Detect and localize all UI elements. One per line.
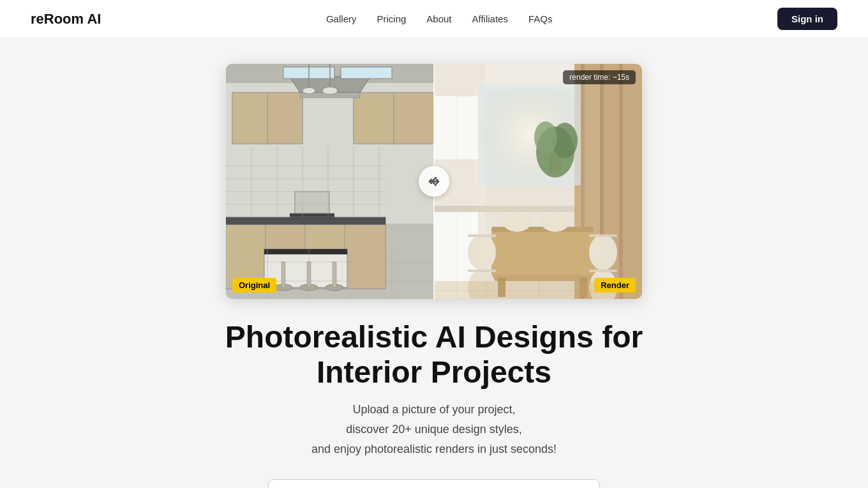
email-input[interactable] — [268, 479, 600, 488]
rendered-side: Render — [434, 64, 642, 299]
svg-rect-12 — [341, 67, 392, 79]
hero-title: Photorealistic AI Designs for Interior P… — [204, 319, 664, 390]
compare-handle[interactable] — [419, 166, 449, 197]
svg-rect-8 — [394, 93, 434, 144]
nav-faqs[interactable]: FAQs — [528, 13, 553, 24]
nav-links: Gallery Pricing About Affiliates FAQs — [326, 13, 553, 25]
signin-button[interactable]: Sign in — [777, 8, 837, 30]
svg-rect-22 — [345, 225, 385, 289]
nav-pricing[interactable]: Pricing — [377, 13, 406, 24]
nav-affiliates[interactable]: Affiliates — [472, 13, 508, 24]
hero-subtitle: Upload a picture of your project, discov… — [311, 400, 557, 459]
render-time-badge: render time: ~15s — [563, 70, 636, 84]
svg-rect-4 — [232, 93, 267, 144]
main-content: render time: ~15s — [0, 38, 868, 488]
image-compare[interactable]: render time: ~15s — [226, 64, 642, 299]
svg-rect-90 — [472, 83, 600, 275]
original-label: Original — [232, 278, 276, 293]
subtitle-line1: Upload a picture of your project, — [352, 403, 515, 416]
svg-rect-26 — [281, 262, 285, 287]
svg-rect-63 — [434, 96, 456, 160]
subtitle-line3: and enjoy photorealistic renders in just… — [311, 443, 557, 455]
navbar: reRoom AI Gallery Pricing About Affiliat… — [0, 0, 868, 38]
svg-rect-7 — [354, 93, 394, 144]
svg-point-14 — [322, 87, 338, 95]
svg-rect-5 — [267, 93, 303, 144]
subtitle-line2: discover 20+ unique design styles, — [346, 423, 522, 436]
svg-rect-32 — [295, 192, 329, 213]
nav-about[interactable]: About — [426, 13, 451, 24]
original-side: Original — [226, 64, 434, 299]
svg-rect-30 — [333, 262, 336, 287]
brand-logo[interactable]: reRoom AI — [31, 11, 101, 27]
svg-rect-59 — [619, 64, 623, 299]
nav-gallery[interactable]: Gallery — [326, 13, 357, 24]
svg-rect-31 — [290, 213, 334, 218]
svg-point-16 — [303, 88, 315, 94]
svg-rect-24 — [264, 249, 347, 254]
render-label: Render — [594, 278, 636, 293]
